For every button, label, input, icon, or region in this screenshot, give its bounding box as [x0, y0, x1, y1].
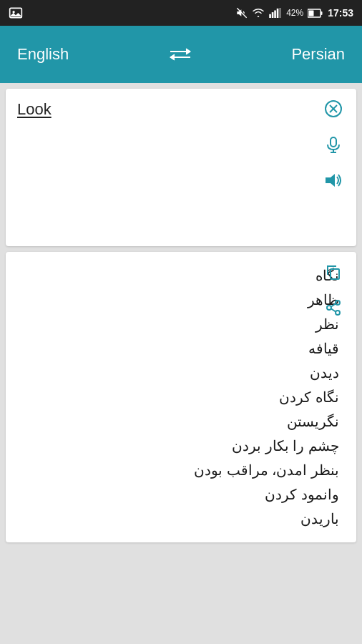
- list-item: وانمود کردن: [17, 482, 339, 507]
- swap-languages-button[interactable]: [167, 46, 193, 63]
- status-bar: 42% 17:53: [0, 0, 362, 26]
- wifi-icon: [252, 8, 265, 18]
- svg-line-25: [331, 309, 336, 312]
- clear-input-button[interactable]: [322, 97, 345, 120]
- status-bar-left: [9, 6, 23, 20]
- svg-rect-6: [277, 9, 279, 18]
- svg-rect-20: [331, 269, 339, 279]
- svg-point-21: [336, 301, 340, 305]
- input-action-icons: [322, 97, 345, 192]
- svg-rect-3: [269, 14, 271, 18]
- microphone-button[interactable]: [322, 133, 345, 156]
- translations-list: نگاهظاهرنظرقیافهدیدننگاه کردننگریستنچشم …: [17, 263, 345, 531]
- photo-icon: [9, 6, 23, 20]
- signal-icon: [269, 8, 282, 18]
- translation-action-icons: [322, 260, 345, 319]
- status-bar-right: 42% 17:53: [236, 7, 353, 19]
- svg-rect-16: [331, 137, 336, 147]
- battery-text: 42%: [286, 8, 303, 18]
- list-item: چشم را بکار بردن: [17, 434, 339, 458]
- speaker-button[interactable]: [322, 169, 345, 192]
- list-item: نگاه: [17, 263, 339, 288]
- source-language[interactable]: English: [17, 45, 69, 64]
- copy-button[interactable]: [322, 260, 345, 283]
- svg-rect-4: [272, 12, 274, 18]
- list-item: بنظر امدن، مراقب بودن: [17, 458, 339, 482]
- svg-rect-10: [309, 10, 314, 16]
- translation-section: نگاهظاهرنظرقیافهدیدننگاه کردننگریستنچشم …: [6, 252, 356, 542]
- svg-rect-7: [279, 8, 281, 18]
- list-item: باریدن: [17, 507, 339, 531]
- svg-point-22: [327, 306, 331, 310]
- svg-point-1: [12, 11, 14, 13]
- svg-rect-9: [321, 11, 323, 15]
- input-section: [6, 89, 356, 246]
- app-bar: English Persian: [0, 26, 362, 83]
- source-text-input[interactable]: [17, 100, 309, 119]
- svg-line-24: [331, 304, 336, 307]
- list-item: ظاهر: [17, 288, 339, 312]
- list-item: قیافه: [17, 336, 339, 361]
- svg-point-23: [336, 311, 340, 315]
- list-item: نظر: [17, 312, 339, 336]
- share-button[interactable]: [322, 296, 345, 319]
- battery-icon: [308, 9, 323, 18]
- list-item: نگاه کردن: [17, 385, 339, 409]
- svg-marker-19: [326, 174, 335, 187]
- target-language[interactable]: Persian: [291, 45, 345, 64]
- svg-rect-5: [274, 11, 276, 19]
- mute-icon: [236, 7, 248, 19]
- list-item: نگریستن: [17, 409, 339, 434]
- status-time: 17:53: [328, 7, 353, 19]
- list-item: دیدن: [17, 361, 339, 385]
